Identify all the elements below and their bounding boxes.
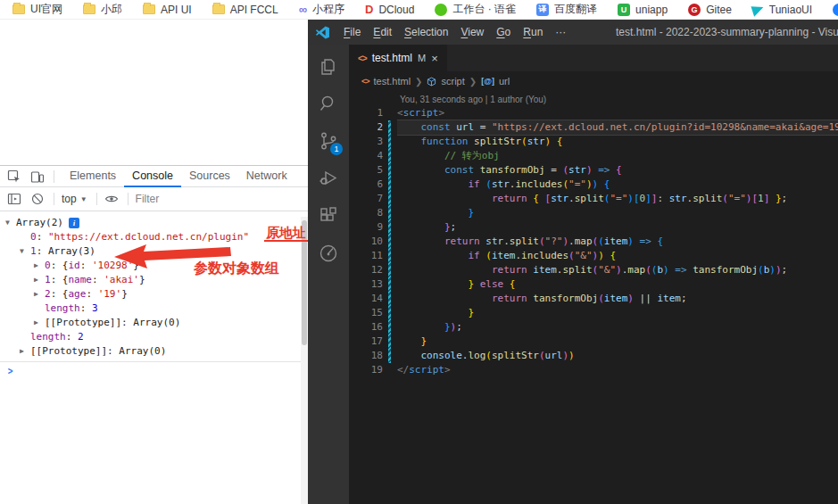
code-line: 2const url = "https://ext.dcloud.net.cn/… (349, 120, 838, 135)
line-number: 10 (349, 235, 383, 249)
bookmark-item[interactable]: 工作台 · 语雀 (435, 2, 516, 17)
breadcrumb-item-url[interactable]: url (499, 76, 510, 87)
expander-triangle-icon[interactable]: ▶ (34, 316, 45, 330)
bookmark-item[interactable]: 译百度翻译 (536, 2, 597, 17)
inspect-element-icon[interactable] (7, 169, 21, 184)
device-toolbar-icon[interactable] (30, 169, 45, 184)
line-number: 11 (349, 249, 383, 263)
bookmark-item[interactable]: GGitee (688, 4, 732, 16)
console-token: : { (51, 287, 69, 302)
menu-[interactable]: ··· (549, 26, 572, 38)
code-token: if (468, 178, 485, 190)
chevron-right-icon: ❯ (469, 77, 477, 87)
explorer-icon[interactable] (316, 54, 341, 78)
source-control-icon[interactable]: 1 (316, 128, 341, 153)
code-token: str (485, 235, 503, 247)
menu-selection[interactable]: Selection (398, 26, 454, 38)
menu-run[interactable]: Run (517, 26, 549, 38)
console-token: : (86, 287, 97, 302)
bookmark-item[interactable]: 小邱 (83, 2, 122, 17)
menu-file[interactable]: File (337, 26, 367, 38)
menu-go[interactable]: Go (490, 26, 517, 38)
code-line: 18console.log(splitStr(url)) (349, 349, 838, 363)
code-line: 9}; (349, 220, 838, 235)
tab-label: test.html (372, 52, 412, 64)
code-token: ) (586, 178, 593, 190)
chevron-down-icon: ▼ (80, 195, 87, 203)
git-modified-gutter (388, 335, 391, 349)
blue-site-icon (833, 4, 838, 16)
code-line: 8} (349, 206, 838, 220)
menu-edit[interactable]: Edit (367, 26, 398, 38)
run-debug-icon[interactable] (316, 166, 341, 191)
devtools-tab-network[interactable]: Network (238, 166, 295, 187)
menu-view[interactable]: View (454, 26, 490, 38)
code-text: if (item.includes("&")) { (397, 249, 838, 263)
tab-test-html[interactable]: <> test.html M × (349, 45, 447, 71)
code-token: => (669, 264, 693, 276)
console-prompt[interactable]: > (0, 361, 308, 379)
code-token: ) (568, 350, 575, 361)
devtools-tab-elements[interactable]: Elements (62, 166, 124, 187)
console-sidebar-icon[interactable] (7, 192, 21, 206)
console-scrollbar[interactable] (301, 217, 308, 504)
close-icon[interactable]: × (431, 52, 438, 65)
console-row: ▶[[Prototype]]: Array(0) (0, 316, 308, 330)
expander-triangle-icon[interactable]: ▶ (34, 287, 45, 302)
code-token: return (492, 264, 533, 276)
breadcrumb-item-file[interactable]: test.html (374, 76, 411, 87)
code-line: 11if (item.includes("&")) { (349, 249, 838, 263)
breadcrumb-item-script[interactable]: script (441, 76, 464, 87)
devtools-tab-sources[interactable]: Sources (181, 166, 238, 187)
code-token: function (420, 136, 474, 147)
extensions-icon[interactable] (316, 203, 341, 228)
gitlens-annotation[interactable]: You, 31 seconds ago | 1 author (You) (349, 94, 838, 106)
line-number: 2 (349, 120, 383, 135)
bookmark-item[interactable]: Uuniapp (618, 4, 668, 16)
code-token: . (568, 235, 575, 247)
vscode-window: FileEditSelectionViewGoRun··· test.html … (308, 20, 838, 504)
context-selector[interactable]: top ▼ (62, 193, 87, 205)
search-icon[interactable] (316, 91, 341, 116)
code-token (551, 136, 557, 147)
code-token: => (593, 164, 617, 176)
console-token: age (69, 287, 87, 302)
git-modified-gutter (388, 192, 391, 206)
expander-triangle-icon[interactable]: ▼ (5, 216, 16, 230)
bookmark-item[interactable]: ∞小程序 (299, 2, 344, 17)
bookmark-item[interactable]: API UI (143, 4, 192, 16)
code-line: 6if (str.includes("=")) { (349, 178, 838, 192)
bookmark-item[interactable]: API FCCL (212, 4, 278, 16)
code-token: || (634, 293, 658, 304)
expander-triangle-icon[interactable]: ▼ (20, 244, 30, 259)
bookmark-label: 工作台 · 语雀 (452, 2, 516, 17)
expander-triangle-icon[interactable]: ▶ (34, 273, 45, 287)
bookmark-item[interactable]: UI官网 (12, 2, 62, 17)
line-number: 16 (349, 320, 383, 335)
devtools-tab-console[interactable]: Console (124, 166, 181, 187)
clear-console-icon[interactable] (30, 192, 45, 206)
live-expression-eye-icon[interactable] (104, 192, 119, 206)
bookmark-item[interactable]: DDCloud (365, 4, 414, 16)
expander-triangle-icon[interactable]: ▶ (34, 259, 45, 273)
code-token: "=" (568, 178, 586, 190)
bookmark-item[interactable] (833, 4, 838, 16)
code-token: } (444, 221, 451, 233)
info-icon[interactable]: i (69, 218, 79, 228)
code-token: split (575, 193, 604, 204)
code-text: } (397, 306, 838, 320)
folder-icon (212, 4, 225, 14)
code-token: "=" (728, 193, 746, 204)
code-text: }); (397, 320, 838, 335)
code-editor[interactable]: You, 31 seconds ago | 1 author (You) 1<s… (349, 91, 838, 504)
bookmark-label: 百度翻译 (554, 2, 597, 17)
line-number: 15 (349, 306, 383, 320)
filter-input[interactable] (136, 193, 270, 205)
bookmark-item[interactable]: TuniaoUI (752, 4, 812, 16)
expander-triangle-icon[interactable]: ▶ (20, 344, 30, 359)
code-text: } (397, 335, 838, 349)
code-token (598, 178, 604, 190)
code-token: ; (681, 293, 687, 304)
code-token: return (444, 235, 485, 247)
gauge-icon[interactable] (316, 241, 341, 266)
